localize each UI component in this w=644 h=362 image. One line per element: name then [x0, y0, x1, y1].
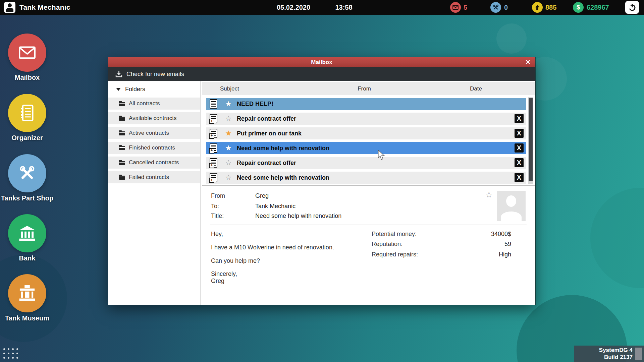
- dollar-icon: $: [577, 4, 580, 11]
- delete-email-button[interactable]: X: [515, 129, 524, 138]
- envelope-icon: [452, 5, 459, 10]
- folder-icon: [119, 117, 125, 121]
- to-label: To:: [211, 203, 219, 210]
- folder-item-finished-contracts[interactable]: Finished contracts: [108, 142, 200, 154]
- email-detail-pane: From Greg To: Tank Mechanic Title: Need …: [202, 186, 535, 305]
- email-row[interactable]: Need some help with renovation X: [206, 172, 526, 184]
- check-emails-button[interactable]: Check for new emails: [126, 71, 184, 78]
- email-row[interactable]: NEED HELP!: [206, 98, 526, 110]
- folders-header[interactable]: Folders: [108, 82, 201, 96]
- divider: [210, 225, 527, 225]
- window-titlebar[interactable]: Mailbox ×: [108, 57, 535, 67]
- email-body-line: Sincerely,: [211, 270, 237, 278]
- desktop-icon-label: Tanks Part Shop: [0, 194, 54, 202]
- from-label: From: [211, 192, 225, 199]
- profile-icon[interactable]: [4, 2, 15, 13]
- scrollbar-thumb[interactable]: [529, 98, 533, 181]
- desktop: Tank Mechanic 05.02.2020 13:58 5 0 885: [0, 0, 644, 362]
- folder-item-failed-contracts[interactable]: Failed contracts: [108, 171, 200, 183]
- desktop-icon-label: Organizer: [0, 134, 54, 142]
- delete-email-button[interactable]: X: [515, 158, 524, 167]
- delete-email-button[interactable]: X: [515, 143, 524, 153]
- money-value: 628967: [587, 0, 609, 15]
- folders-sidebar: Folders All contracts Available contract…: [108, 81, 201, 305]
- email-list-pane: Subject From Date NEED HELP! Repair cont…: [202, 81, 535, 305]
- notebook-icon: [19, 104, 35, 122]
- system-tray-button[interactable]: [635, 348, 642, 360]
- star-icon[interactable]: [485, 190, 493, 199]
- background-circle: [496, 23, 527, 54]
- star-icon[interactable]: [224, 100, 233, 108]
- desktop-icon-tanks-part-shop[interactable]: Tanks Part Shop: [0, 154, 54, 202]
- money-icon[interactable]: $: [573, 2, 584, 13]
- power-icon: [628, 3, 636, 12]
- top-bar: Tank Mechanic 05.02.2020 13:58 5 0 885: [0, 0, 644, 15]
- folder-item-cancelled-contracts[interactable]: Cancelled contracts: [108, 157, 200, 169]
- email-row[interactable]: Repair contract offer X: [206, 157, 526, 169]
- mail-toolbar[interactable]: Check for new emails: [108, 67, 535, 81]
- window-close-button[interactable]: ×: [523, 57, 533, 67]
- desktop-icon-mailbox[interactable]: Mailbox: [0, 34, 54, 81]
- desktop-icon-label: Mailbox: [0, 74, 54, 81]
- email-row[interactable]: Repair contract offer X: [206, 113, 526, 125]
- desktop-icon-tank-museum[interactable]: Tank Museum: [0, 274, 54, 322]
- document-add-icon: [210, 129, 217, 138]
- to-value: Tank Mechanic: [255, 203, 296, 210]
- folder-icon: [119, 102, 125, 106]
- star-icon-starred[interactable]: [224, 129, 233, 138]
- email-list-scrollbar[interactable]: [528, 97, 533, 184]
- title-value: Need some help with renovation: [255, 213, 341, 220]
- star-icon[interactable]: [224, 173, 233, 182]
- wrenches-icon: [492, 4, 499, 11]
- document-add-icon: [210, 158, 217, 168]
- xp-icon[interactable]: [532, 2, 543, 13]
- folder-item-available-contracts[interactable]: Available contracts: [108, 112, 200, 124]
- repairs-count: 0: [504, 0, 508, 15]
- desktop-icon-organizer[interactable]: Organizer: [0, 94, 54, 142]
- system-info-panel: SystemDG 4 Build 2137: [574, 346, 644, 362]
- folder-item-active-contracts[interactable]: Active contracts: [108, 127, 200, 139]
- title-label: Title:: [211, 213, 224, 220]
- reputation-value: 59: [444, 241, 511, 248]
- up-arrow-icon: [534, 4, 540, 10]
- game-title: Tank Mechanic: [19, 0, 70, 15]
- repairs-notification-icon[interactable]: [490, 2, 501, 13]
- document-add-icon: [210, 173, 217, 182]
- star-icon[interactable]: [224, 144, 233, 153]
- star-icon[interactable]: [224, 159, 233, 167]
- museum-icon: [18, 285, 36, 302]
- power-button[interactable]: [625, 1, 639, 14]
- desktop-icon-label: Bank: [0, 254, 54, 262]
- email-row-selected[interactable]: Need some help with renovation X: [206, 142, 526, 154]
- sender-avatar: [497, 191, 526, 221]
- envelope-icon: [18, 46, 36, 59]
- mouse-cursor: [377, 150, 386, 160]
- column-from: From: [337, 82, 391, 95]
- star-icon[interactable]: [224, 114, 233, 123]
- system-version: SystemDG 4 Build 2137: [599, 347, 633, 361]
- wrenches-icon: [18, 164, 36, 182]
- email-body-line: I have a M10 Wolverine in need of renova…: [211, 244, 334, 251]
- potential-money-label: Potential money:: [372, 231, 417, 238]
- document-add-icon: [210, 143, 217, 153]
- delete-email-button[interactable]: X: [515, 173, 524, 182]
- mail-notification-icon[interactable]: [450, 2, 461, 13]
- mailbox-window: Mailbox × Check for new emails Folders A…: [108, 57, 535, 305]
- document-icon: [210, 99, 217, 109]
- app-grid-button[interactable]: [3, 348, 18, 359]
- column-date: Date: [449, 82, 503, 95]
- folder-icon: [119, 176, 125, 180]
- person-icon: [4, 2, 15, 13]
- date-display: 05.02.2020: [268, 0, 319, 15]
- folder-icon: [119, 161, 125, 165]
- folder-item-all-contracts[interactable]: All contracts: [108, 98, 200, 110]
- desktop-icon-bank[interactable]: Bank: [0, 214, 54, 262]
- background-circle: [590, 188, 644, 288]
- from-value: Greg: [255, 192, 269, 199]
- delete-email-button[interactable]: X: [515, 114, 524, 123]
- desktop-icon-label: Tank Museum: [0, 314, 54, 322]
- system-build: Build 2137: [599, 354, 633, 361]
- email-row[interactable]: Put primer on our tank X: [206, 127, 526, 139]
- email-body-line: Hey,: [211, 231, 223, 238]
- column-subject: Subject: [220, 82, 239, 95]
